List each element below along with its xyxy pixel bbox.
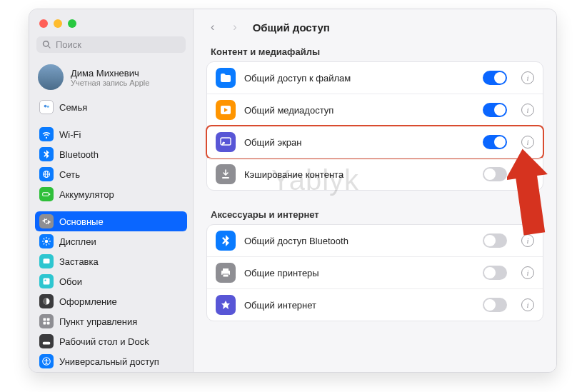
content-pane: ‹ › Общий доступ Контент и медиафайлы Об… xyxy=(194,9,556,372)
toggle-switch[interactable] xyxy=(483,135,507,149)
settings-window: Поиск Дима Михневич Учетная запись Apple… xyxy=(29,9,557,373)
sidebar-item[interactable]: Wi-Fi xyxy=(35,124,187,144)
sidebar-item[interactable]: Bluetooth xyxy=(35,144,187,164)
settings-row[interactable]: Общий медиадоступ i xyxy=(207,94,543,126)
sidebar-item-label: Дисплеи xyxy=(59,236,96,247)
sidebar-item[interactable]: Пункт управления xyxy=(35,311,187,331)
sidebar-item[interactable]: Заставка xyxy=(35,251,187,271)
account-row[interactable]: Дима Михневич Учетная запись Apple xyxy=(29,60,193,97)
settings-row[interactable]: Кэширование контента i xyxy=(207,158,543,190)
sidebar-item[interactable]: Семья xyxy=(35,97,187,117)
sidebar: Поиск Дима Михневич Учетная запись Apple… xyxy=(29,9,194,372)
sidebar-item-label: Bluetooth xyxy=(59,149,99,160)
sections: Контент и медиафайлы Общий доступ к файл… xyxy=(194,39,556,333)
info-button[interactable]: i xyxy=(521,266,534,279)
sidebar-item[interactable]: Рабочий стол и Dock xyxy=(35,331,187,351)
sidebar-item-label: Заставка xyxy=(59,256,99,267)
sidebar-item-label: Рабочий стол и Dock xyxy=(59,336,149,347)
toggle-switch[interactable] xyxy=(483,71,507,85)
section-label: Контент и медиафайлы xyxy=(194,39,556,61)
section-label: Аксессуары и интернет xyxy=(194,202,556,224)
page-title: Общий доступ xyxy=(253,21,330,34)
info-button[interactable]: i xyxy=(521,104,534,116)
account-name: Дима Михневич xyxy=(71,68,149,79)
row-label: Общий медиадоступ xyxy=(244,105,474,116)
settings-row[interactable]: Общий экран i xyxy=(207,126,543,158)
info-button[interactable]: i xyxy=(521,168,534,181)
sidebar-item[interactable]: Основные xyxy=(35,211,187,231)
sidebar-item[interactable]: Аккумулятор xyxy=(35,184,187,204)
sidebar-item-label: Универсальный доступ xyxy=(59,356,159,367)
info-button[interactable]: i xyxy=(521,136,534,149)
search-placeholder: Поиск xyxy=(56,39,81,50)
row-label: Кэширование контента xyxy=(244,169,474,180)
forward-button[interactable]: › xyxy=(230,19,239,35)
toggle-switch[interactable] xyxy=(483,233,507,248)
row-label: Общий доступ Bluetooth xyxy=(244,236,474,246)
zoom-button[interactable] xyxy=(68,19,76,28)
toggle-switch[interactable] xyxy=(483,298,507,312)
settings-row[interactable]: Общий доступ к файлам i xyxy=(207,62,543,94)
sidebar-item-label: Оформление xyxy=(59,296,117,307)
info-button[interactable]: i xyxy=(521,71,534,84)
sidebar-item-label: Wi-Fi xyxy=(59,129,81,140)
window-controls xyxy=(29,9,193,35)
back-button[interactable]: ‹ xyxy=(208,19,217,35)
settings-panel: Общий доступ Bluetooth i Общие принтеры … xyxy=(206,224,543,321)
close-button[interactable] xyxy=(39,19,48,28)
sidebar-item-label: Сеть xyxy=(59,169,80,180)
toggle-switch[interactable] xyxy=(483,167,507,181)
sidebar-item-label: Аккумулятор xyxy=(59,189,114,200)
sidebar-item[interactable]: Сеть xyxy=(35,164,187,184)
sidebar-item[interactable]: Обои xyxy=(35,271,187,291)
sidebar-item-label: Пункт управления xyxy=(59,316,137,327)
settings-row[interactable]: Общие принтеры i xyxy=(207,256,543,288)
row-label: Общий экран xyxy=(244,137,474,148)
sidebar-item-label: Основные xyxy=(59,216,104,227)
sidebar-item-label: Семья xyxy=(59,102,87,113)
settings-row[interactable]: Общий интернет i xyxy=(207,288,543,321)
sidebar-list: Семья Wi-Fi Bluetooth Сеть Аккумулятор О… xyxy=(29,97,193,372)
sidebar-item[interactable]: Оформление xyxy=(35,291,187,311)
info-button[interactable]: i xyxy=(521,298,534,311)
account-sub: Учетная запись Apple xyxy=(71,79,149,87)
toggle-switch[interactable] xyxy=(483,266,507,280)
row-label: Общий доступ к файлам xyxy=(244,73,474,84)
info-button[interactable]: i xyxy=(521,234,534,247)
settings-row[interactable]: Общий доступ Bluetooth i xyxy=(207,225,543,256)
toggle-switch[interactable] xyxy=(483,103,507,117)
header: ‹ › Общий доступ xyxy=(194,9,556,39)
row-label: Общий интернет xyxy=(244,300,474,311)
sidebar-item[interactable]: Дисплеи xyxy=(35,231,187,251)
sidebar-item-label: Обои xyxy=(59,276,82,287)
avatar xyxy=(38,64,64,90)
settings-panel: Общий доступ к файлам i Общий медиадосту… xyxy=(206,61,543,191)
row-label: Общие принтеры xyxy=(244,268,474,278)
search-icon xyxy=(42,40,51,49)
minimize-button[interactable] xyxy=(54,19,62,28)
sidebar-item[interactable]: Универсальный доступ xyxy=(35,351,187,371)
search-input[interactable]: Поиск xyxy=(36,36,186,53)
